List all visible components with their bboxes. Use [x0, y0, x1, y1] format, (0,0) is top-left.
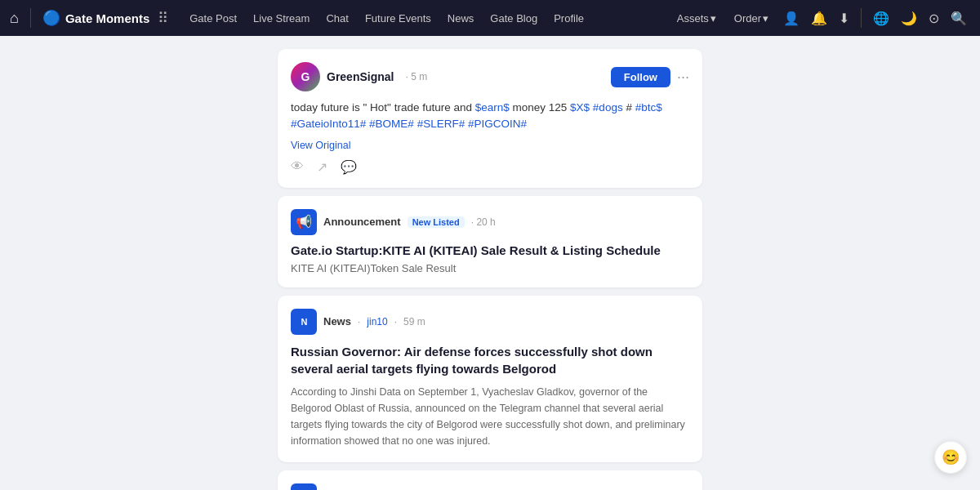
view-original-link[interactable]: View Original [291, 140, 689, 151]
theme-icon[interactable]: 🌙 [898, 7, 920, 29]
tag-xs[interactable]: $X$ [570, 101, 590, 114]
news-title-1[interactable]: Russian Governor: Air defense forces suc… [291, 343, 689, 377]
news-time-1: 59 m [403, 316, 425, 327]
assets-button[interactable]: Assets ▾ [670, 9, 723, 28]
gate-logo-icon: 🔵 [42, 9, 60, 27]
apps-grid-icon[interactable]: ⠿ [158, 9, 168, 27]
news-desc-1: According to Jinshi Data on September 1,… [291, 384, 689, 449]
download-icon[interactable]: ⬇ [835, 7, 853, 29]
nav-link-future-events[interactable]: Future Events [359, 9, 438, 28]
post-header: G GreenSignal · 5 m Follow ··· [291, 62, 689, 91]
news-icon-1: N [291, 309, 317, 335]
order-button[interactable]: Order ▾ [728, 9, 775, 28]
nav-link-gate-blog[interactable]: Gate Blog [483, 9, 544, 28]
globe-icon[interactable]: 🌐 [870, 7, 893, 29]
avatar-icon[interactable]: 👤 [780, 7, 803, 29]
share-icon[interactable]: ↗ [317, 159, 327, 175]
ann-header: 📢 Announcement New Listed · 20 h [291, 209, 689, 235]
ann-title[interactable]: Gate.io Startup:KITE AI (KITEAI) Sale Re… [291, 243, 689, 257]
navbar: ⌂ 🔵 Gate Moments ⠿ Gate Post Live Stream… [0, 0, 980, 36]
settings-icon[interactable]: ⊙ [925, 7, 942, 29]
tag-dogs[interactable]: #dogs [593, 101, 623, 114]
announcement-card: 📢 Announcement New Listed · 20 h Gate.io… [278, 196, 702, 287]
ann-desc: KITE AI (KITEAI)Token Sale Result [291, 262, 689, 274]
feed: G GreenSignal · 5 m Follow ··· today fut… [278, 49, 702, 490]
news-author-1: jin10 [367, 316, 387, 327]
search-icon[interactable]: 🔍 [947, 7, 970, 29]
user-post-card: G GreenSignal · 5 m Follow ··· today fut… [278, 49, 702, 188]
ann-badge: New Listed [408, 216, 465, 228]
main-content: G GreenSignal · 5 m Follow ··· today fut… [0, 36, 980, 490]
nav-links: Gate Post Live Stream Chat Future Events… [183, 9, 590, 28]
nav-link-chat[interactable]: Chat [319, 9, 354, 28]
tag-bome[interactable]: #BOME# [369, 118, 414, 130]
nav-divider [30, 8, 31, 28]
post-content: today future is " Hot" trade future and … [291, 100, 689, 133]
comment-icon[interactable]: 💬 [341, 159, 357, 175]
post-user: G GreenSignal · 5 m [291, 62, 427, 91]
post-header-right: Follow ··· [611, 67, 689, 87]
news-card-2: N News · jin10 · 1 h Brokerage commissio… [278, 470, 702, 491]
nav-logo[interactable]: 🔵 Gate Moments [42, 9, 149, 27]
nav-link-gate-post[interactable]: Gate Post [183, 9, 243, 28]
ann-time: · 20 h [471, 216, 496, 228]
tag-gateio[interactable]: #GateioInto11# [291, 118, 366, 130]
more-options-icon[interactable]: ··· [677, 69, 689, 86]
floating-help-button[interactable]: 😊 [934, 441, 967, 474]
earn-link[interactable]: $earn$ [475, 101, 510, 114]
tag-pigcoin[interactable]: #PIGCOIN# [468, 118, 527, 130]
nav-link-live-stream[interactable]: Live Stream [247, 9, 316, 28]
home-icon[interactable]: ⌂ [10, 10, 19, 27]
nav-logo-text: Gate Moments [65, 11, 149, 25]
avatar: G [291, 62, 320, 91]
post-username: GreenSignal [327, 70, 394, 83]
view-icon[interactable]: 👁 [291, 159, 304, 175]
nav-divider-2 [861, 8, 862, 28]
news-label-1: News [323, 315, 351, 327]
news-card-1: N News · jin10 · 59 m Russian Governor: … [278, 296, 702, 462]
nav-link-profile[interactable]: Profile [547, 9, 590, 28]
news-icon-2: N [291, 483, 317, 491]
announcement-icon: 📢 [291, 209, 317, 235]
nav-link-news[interactable]: News [441, 9, 481, 28]
tag-slerf[interactable]: #SLERF# [417, 118, 466, 130]
nav-right: Assets ▾ Order ▾ 👤 🔔 ⬇ 🌐 🌙 ⊙ 🔍 [670, 7, 970, 29]
post-actions: 👁 ↗ 💬 [291, 159, 689, 175]
follow-button[interactable]: Follow [611, 67, 670, 87]
notification-icon[interactable]: 🔔 [808, 7, 831, 29]
news-header-2: N News · jin10 · 1 h [291, 483, 689, 491]
ann-label: Announcement [323, 216, 401, 228]
tag-btc[interactable]: #btc$ [635, 101, 662, 114]
post-time: · 5 m [405, 71, 427, 82]
news-header-1: N News · jin10 · 59 m [291, 309, 689, 335]
